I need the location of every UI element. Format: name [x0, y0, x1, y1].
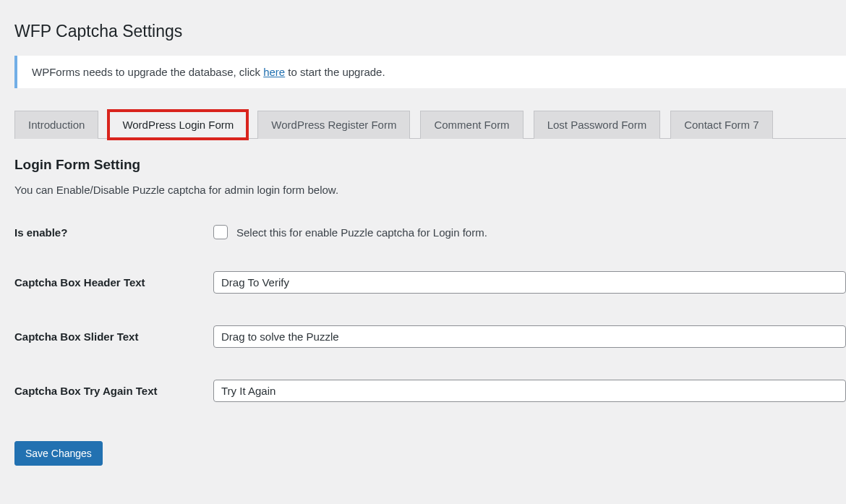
row-header-text: Captcha Box Header Text — [14, 271, 846, 294]
save-changes-button[interactable]: Save Changes — [14, 441, 103, 466]
label-slider-text: Captcha Box Slider Text — [14, 330, 213, 343]
tab-introduction[interactable]: Introduction — [14, 111, 98, 139]
settings-tabs: Introduction WordPress Login Form WordPr… — [14, 110, 846, 139]
tab-wordpress-login-form[interactable]: WordPress Login Form — [108, 111, 247, 139]
page-title: WFP Captcha Settings — [14, 0, 846, 56]
label-header-text: Captcha Box Header Text — [14, 276, 213, 289]
row-try-again-text: Captcha Box Try Again Text — [14, 380, 846, 402]
row-slider-text: Captcha Box Slider Text — [14, 325, 846, 348]
checkbox-label-is-enable: Select this for enable Puzzle captcha fo… — [236, 226, 487, 239]
input-try-again-text[interactable] — [213, 380, 846, 402]
tab-contact-form-7[interactable]: Contact Form 7 — [670, 111, 772, 139]
upgrade-notice: WPForms needs to upgrade the database, c… — [14, 56, 846, 88]
notice-text-before: WPForms needs to upgrade the database, c… — [32, 66, 263, 78]
settings-form: Is enable? Select this for enable Puzzle… — [14, 225, 846, 402]
label-is-enable: Is enable? — [14, 226, 213, 239]
label-try-again-text: Captcha Box Try Again Text — [14, 385, 213, 397]
section-heading: Login Form Setting — [14, 157, 846, 173]
input-slider-text[interactable] — [213, 325, 846, 348]
row-is-enable: Is enable? Select this for enable Puzzle… — [14, 225, 846, 239]
upgrade-link[interactable]: here — [263, 66, 285, 78]
section-description: You can Enable/Disable Puzzle captcha fo… — [14, 184, 846, 196]
input-header-text[interactable] — [213, 271, 846, 294]
tab-comment-form[interactable]: Comment Form — [420, 111, 523, 139]
tab-lost-password-form[interactable]: Lost Password Form — [534, 111, 661, 139]
checkbox-is-enable[interactable] — [213, 225, 228, 239]
tab-wordpress-register-form[interactable]: WordPress Register Form — [257, 111, 410, 139]
notice-text-after: to start the upgrade. — [285, 66, 385, 78]
